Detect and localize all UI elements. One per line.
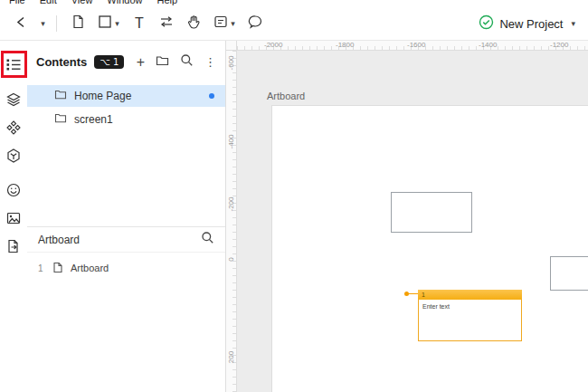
text-tool-icon: T (135, 15, 144, 32)
menu-help[interactable]: Help (156, 0, 177, 7)
document-icon (71, 14, 85, 33)
toolbar-separator (56, 15, 57, 32)
text-widget-body[interactable]: Enter text (418, 300, 522, 341)
rectangle-icon (98, 14, 112, 33)
selected-page-dot (209, 93, 214, 99)
check-circle-icon (479, 14, 494, 33)
export-panel-icon[interactable] (0, 234, 27, 259)
page-label: Home Page (74, 90, 131, 102)
ruler-label: 200 (227, 344, 235, 371)
history-dropdown[interactable]: ▾ (36, 12, 47, 35)
search-pages-button[interactable] (180, 53, 194, 71)
note-tool-button[interactable]: ▾ (209, 12, 240, 35)
speech-bubble-icon (248, 14, 263, 33)
menubar: File Edit View Window Help (0, 0, 588, 7)
canvas-area[interactable]: Artboard 1 Enter text (237, 51, 588, 392)
toolbar: ▾ ▾ T (0, 7, 588, 41)
icon-rail (0, 41, 27, 392)
menu-file[interactable]: File (9, 0, 25, 7)
ruler-label: -200 (227, 191, 235, 218)
artboard-title-label[interactable]: Artboard (267, 91, 305, 101)
contents-header: Contents ⌥ 1 + ⋮ (27, 41, 225, 80)
ruler-label: -400 (227, 129, 235, 156)
menu-edit[interactable]: Edit (40, 0, 57, 7)
widgets-panel-icon[interactable] (0, 143, 27, 168)
artboard-section: Artboard 1 Artboard (27, 226, 225, 279)
folder-icon (54, 89, 67, 103)
more-options-button[interactable]: ⋮ (204, 55, 216, 69)
layer-label: Artboard (71, 263, 109, 273)
artboard-section-header: Artboard (27, 227, 225, 253)
rectangle-shape[interactable] (391, 192, 472, 233)
ruler-label: -1800 (336, 41, 354, 49)
image-panel-icon[interactable] (0, 206, 27, 231)
emoji-panel-icon[interactable] (0, 177, 27, 203)
add-page-button[interactable]: + (137, 56, 145, 69)
canvas-region: -2000 -1800 -1600 -1400 -1200 -600 -400 … (226, 41, 588, 392)
comment-tool-button[interactable] (243, 12, 267, 35)
artboard-icon (52, 262, 63, 275)
app-window: File Edit View Window Help ▾ ▾ T (0, 0, 588, 392)
ruler-label: -1400 (479, 41, 497, 49)
chevron-down-icon: ▾ (115, 19, 119, 28)
chevron-down-icon: ▾ (571, 19, 575, 28)
note-icon (213, 14, 228, 33)
shortcut-badge: ⌥ 1 (94, 55, 124, 69)
widget-text: Enter text (422, 303, 450, 310)
back-button[interactable] (9, 12, 33, 35)
text-tool-button[interactable]: T (128, 12, 151, 35)
folder-icon (54, 112, 67, 127)
project-menu[interactable]: New Project ▾ (479, 14, 575, 33)
artboard-section-title: Artboard (38, 234, 80, 246)
layers-panel-icon[interactable] (0, 87, 27, 112)
new-folder-button[interactable] (156, 54, 169, 71)
horizontal-ruler: -2000 -1800 -1600 -1400 -1200 (237, 41, 588, 51)
chevron-down-icon: ▾ (41, 19, 45, 28)
layer-index: 1 (38, 263, 45, 273)
flow-arrows-icon (159, 14, 174, 33)
widget-anchor-line (409, 293, 418, 294)
layer-row-artboard[interactable]: 1 Artboard (27, 257, 225, 279)
hand-tool-button[interactable] (182, 12, 205, 35)
ruler-label: -1600 (407, 41, 425, 49)
menu-window[interactable]: Window (107, 0, 142, 7)
widget-badge: 1 (422, 292, 425, 298)
rectangle-shape-partial[interactable] (550, 256, 588, 291)
page-row-screen1[interactable]: screen1 (27, 109, 225, 130)
hand-icon (186, 14, 201, 33)
components-panel-icon[interactable] (0, 115, 27, 140)
contents-panel: Contents ⌥ 1 + ⋮ Home Page (27, 41, 226, 392)
page-list: Home Page screen1 (27, 85, 225, 130)
pages-panel-icon[interactable] (0, 52, 27, 77)
contents-title: Contents (36, 55, 87, 69)
ruler-label: -2000 (264, 41, 282, 49)
project-name: New Project (499, 17, 563, 31)
connector-tool-button[interactable] (155, 12, 178, 35)
vertical-ruler: -600 -400 -200 0 200 (226, 51, 237, 392)
new-page-button[interactable] (66, 12, 90, 35)
menu-view[interactable]: View (71, 0, 93, 7)
page-label: screen1 (74, 113, 113, 126)
page-row-home[interactable]: Home Page (27, 85, 225, 107)
ruler-label: -1200 (550, 41, 568, 49)
search-layers-button[interactable] (201, 231, 214, 248)
artboard[interactable] (271, 105, 588, 392)
chevron-down-icon: ▾ (231, 19, 235, 28)
shape-tool-button[interactable]: ▾ (93, 12, 124, 35)
chevron-left-icon (16, 15, 25, 32)
text-widget-header[interactable]: 1 (418, 290, 522, 300)
ruler-label: -600 (227, 50, 235, 77)
ruler-label: 0 (227, 246, 235, 273)
